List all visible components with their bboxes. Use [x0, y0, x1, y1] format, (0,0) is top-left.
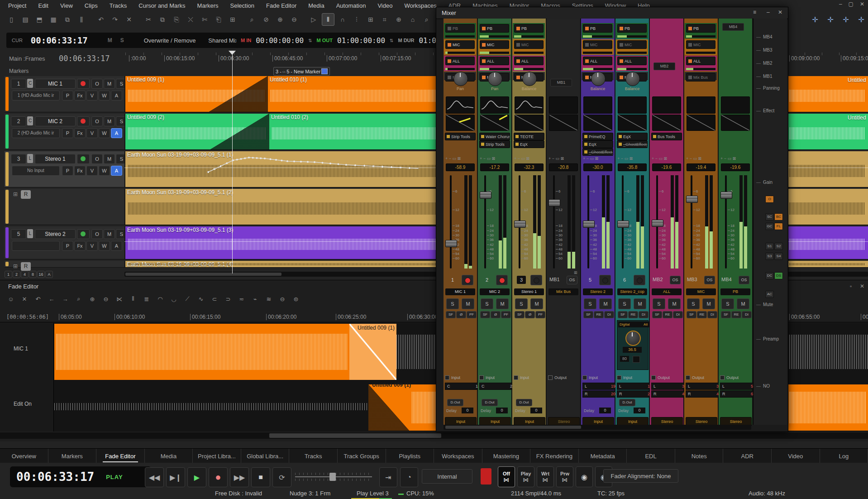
eq-display[interactable] [446, 96, 475, 114]
delay-value[interactable]: 0 [634, 408, 645, 413]
chan-phase-button[interactable]: RE [731, 311, 741, 318]
track-a-button[interactable]: A [111, 91, 122, 101]
record-button[interactable]: ● [209, 467, 228, 487]
fade-equal-icon[interactable]: ⊜ [291, 293, 301, 304]
tab-media[interactable]: Media [145, 449, 193, 463]
track-fx-button[interactable]: Fx [74, 128, 86, 138]
pan-knob[interactable] [488, 72, 502, 86]
chan-phase-button[interactable]: Ø [491, 311, 501, 318]
routing-button-mic[interactable]: MIC [583, 40, 612, 49]
fader-value[interactable]: -32.3 [515, 163, 544, 171]
track-p-button[interactable]: P [62, 128, 73, 138]
mute-button[interactable]: M [496, 298, 509, 309]
rail-button-o[interactable]: O [765, 196, 774, 203]
pan-knob[interactable] [522, 72, 537, 86]
digital-knob[interactable] [625, 331, 641, 346]
track-number[interactable]: 3 [11, 154, 26, 164]
bus-add-icon[interactable]: ⊞ [574, 270, 577, 275]
h-zoom-2[interactable]: 2 [13, 271, 20, 278]
dout-button[interactable]: D.Out [516, 399, 532, 406]
chan-sf-button[interactable]: SF [480, 311, 490, 318]
rail-section-mb2[interactable]: —MB2 [756, 61, 785, 66]
channel-name[interactable]: Stereo 1 [514, 288, 544, 295]
digital-extra[interactable]: 80 [620, 356, 629, 362]
rail-button-ac[interactable]: AC [765, 291, 774, 298]
channel-record-button[interactable] [599, 275, 611, 285]
digital-value[interactable]: 36.5 [623, 347, 642, 353]
rail-button-ds[interactable]: DS [774, 272, 783, 279]
h-zoom-8[interactable]: 8 [29, 271, 37, 278]
eq-display[interactable] [721, 96, 750, 114]
fade-bars-icon[interactable]: ⫴ [128, 293, 138, 304]
track-w-button[interactable]: W [99, 128, 110, 138]
rail-section-gain[interactable]: —Gain [756, 180, 785, 185]
track-v-button[interactable]: V [86, 128, 98, 138]
fader-handle[interactable] [445, 240, 457, 247]
routing-button-mic[interactable]: MIC [514, 40, 544, 49]
punch-in-button[interactable]: ⇥ [379, 467, 397, 487]
track-input-select[interactable]: No Input [12, 166, 60, 176]
dout-button[interactable]: D.Out [447, 399, 463, 406]
fader-value[interactable]: -58.9 [446, 163, 475, 171]
routing-button-pb[interactable]: PB [514, 24, 544, 33]
io-row[interactable]: L1 [617, 383, 652, 390]
io-header[interactable]: Output [548, 374, 579, 380]
delay-value[interactable]: 0 [599, 408, 611, 413]
eq-display[interactable] [687, 96, 715, 114]
fade-delete-icon[interactable]: ✕ [19, 293, 30, 304]
track-m-button[interactable]: M [104, 229, 115, 239]
io-header[interactable]: Output [651, 374, 682, 380]
mute-button[interactable]: M [702, 298, 715, 309]
mixer-scroll-handle[interactable] [445, 426, 581, 429]
eq-display[interactable] [618, 96, 647, 114]
automation-mode-off[interactable]: Off⋈ [498, 466, 515, 487]
dynamics-display[interactable] [721, 115, 750, 131]
fade-zoom-out-icon[interactable]: ⊖ [100, 293, 111, 304]
nudge-slider[interactable] [295, 473, 372, 481]
rail-section-no[interactable]: —NO [756, 384, 785, 389]
mute-button[interactable]: M [530, 298, 543, 309]
track-name[interactable]: Stereo 1 [35, 154, 76, 164]
fade-zoom-in-icon[interactable]: ⊕ [87, 293, 98, 304]
mixer-scrollbar[interactable] [444, 425, 751, 430]
routing-button-pb[interactable]: PB [480, 24, 509, 33]
os-button[interactable]: OS [567, 276, 577, 284]
chan-pf-button[interactable]: DI [707, 311, 717, 318]
track-m-button[interactable]: M [104, 79, 115, 89]
track-record-button[interactable] [77, 79, 90, 89]
h-zoom-A[interactable]: A [45, 271, 53, 278]
solo-button[interactable]: S [653, 298, 665, 309]
channel-record-button[interactable] [634, 275, 645, 285]
audio-clip[interactable]: Untitled 009 (1) [125, 76, 268, 112]
dynamics-display[interactable] [583, 115, 612, 131]
plugin-rack-controls[interactable]: + − ▭ ⊠ [480, 156, 510, 162]
fade-next-icon[interactable]: → [60, 293, 71, 304]
rail-button-s4[interactable]: S4 [774, 253, 783, 260]
dout-button[interactable]: D.Out [619, 399, 635, 406]
track-o-button[interactable]: O [91, 116, 103, 126]
solo-button[interactable]: S [584, 298, 596, 309]
h-zoom-16[interactable]: 16 [37, 271, 45, 278]
tab-global-libra-[interactable]: Global Libra... [241, 449, 290, 463]
chan-phase-button[interactable]: RE [697, 311, 707, 318]
rail-section-mute[interactable]: —Mute [756, 302, 785, 307]
curve-concave-icon[interactable]: ◡ [168, 293, 179, 304]
fader-value[interactable]: -19.6 [652, 163, 681, 171]
dynamics-display[interactable] [652, 115, 681, 131]
plugin-slot[interactable]: Strip Tools [445, 133, 476, 140]
fader-value[interactable]: -20.8 [549, 163, 578, 171]
automation-mode-prw[interactable]: Prw⋈ [556, 466, 573, 487]
rail-section-mb4[interactable]: —MB4 [756, 34, 785, 39]
solo-button[interactable]: S [721, 298, 734, 309]
pan-knob[interactable] [591, 72, 606, 86]
io-row[interactable]: C1 [445, 383, 480, 390]
dynamics-display[interactable] [446, 115, 475, 131]
solo-button[interactable]: S [618, 298, 631, 309]
tab-adr[interactable]: ADR [723, 449, 772, 463]
mute-button[interactable]: M [668, 298, 681, 309]
io-row[interactable]: R4 [651, 390, 687, 398]
channel-name[interactable]: MIC 1 [445, 288, 475, 295]
track-number[interactable]: 5 [11, 229, 26, 239]
tab-track-groups[interactable]: Track Groups [338, 449, 386, 463]
delay-value[interactable]: 0 [530, 408, 542, 413]
